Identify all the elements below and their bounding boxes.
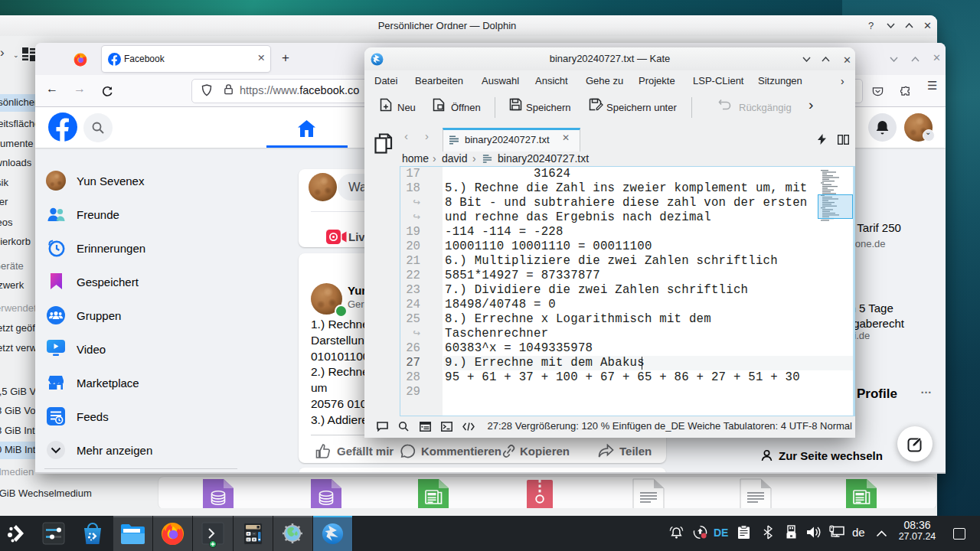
svg-text:+: + (247, 531, 250, 536)
svg-text:−: − (253, 531, 256, 536)
svg-text:÷: ÷ (247, 537, 250, 542)
svg-text:×: × (253, 537, 256, 542)
